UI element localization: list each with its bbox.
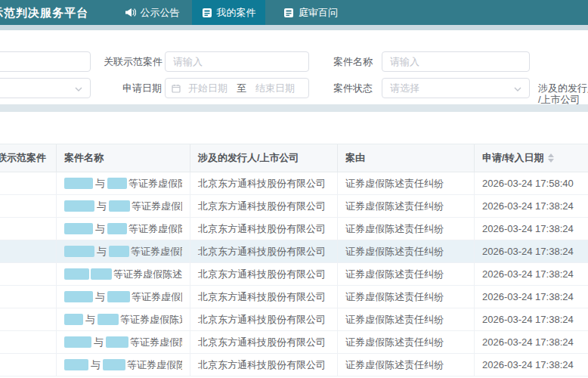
navbar-tabs: 公示公告 我的案件 庭审百问 — [112, 0, 356, 25]
case-status-select[interactable]: 请选择 — [382, 78, 530, 98]
calendar-icon — [172, 84, 181, 93]
select-placeholder: 请选择 — [390, 82, 419, 95]
case-name-cell: 与等证券虚假陈述... — [57, 286, 190, 308]
date-start-placeholder: 开始日期 — [181, 82, 235, 95]
case-name-connector: 与 — [90, 358, 101, 372]
apply-date-cell: 2026-03-24 17:38:24 — [475, 218, 588, 240]
related-case-input[interactable]: 请输入 — [165, 51, 309, 72]
case-name-suffix: 等证券虚假陈述... — [128, 222, 182, 236]
redacted-party-name — [64, 200, 94, 212]
related-case-cell — [0, 218, 57, 240]
redacted-party-name — [107, 178, 127, 189]
redacted-party-name — [64, 291, 93, 302]
table-row[interactable]: 与等证券虚假陈述责... 北京东方通科技股份有限公司 证券虚假陈述责任纠纷 20… — [0, 308, 588, 331]
redacted-party-name — [64, 223, 93, 234]
related-case-cell — [0, 308, 57, 330]
apply-date-cell: 2026-03-24 17:38:24 — [475, 286, 588, 308]
case-name-cell: 与等证券虚假陈述... — [57, 218, 190, 240]
column-header-related-case: 关联示范案件 — [0, 144, 57, 172]
case-name-cell: 与等证券虚假陈述... — [57, 354, 190, 376]
case-name-connector: 与 — [96, 245, 107, 259]
case-name-suffix: 等证券虚假陈述责... — [113, 268, 182, 281]
cause-cell: 证券虚假陈述责任纠纷 — [338, 263, 475, 285]
tab-label: 公示公告 — [141, 6, 180, 20]
tab-public-announcements[interactable]: 公示公告 — [112, 0, 192, 25]
case-name-connector: 与 — [85, 313, 96, 327]
case-name-suffix: 等证券虚假陈述... — [130, 336, 182, 349]
case-name-suffix: 等证券虚假陈述... — [128, 177, 182, 191]
redacted-party-name — [103, 359, 125, 370]
redacted-party-name — [64, 268, 89, 280]
cause-cell: 证券虚假陈述责任纠纷 — [338, 172, 475, 194]
apply-date-cell: 2026-03-24 17:38:24 — [475, 195, 588, 217]
case-status-label: 案件状态 — [329, 78, 373, 98]
redacted-party-name — [64, 314, 83, 325]
cause-cell: 证券虚假陈述责任纠纷 — [338, 218, 475, 240]
issuer-cell: 北京东方通科技股份有限公司 — [190, 354, 338, 376]
input-placeholder: 请输入 — [390, 55, 419, 69]
table-row[interactable]: 与等证券虚假陈述... 北京东方通科技股份有限公司 证券虚假陈述责任纠纷 202… — [0, 240, 588, 263]
table-header-row: 关联示范案件 案件名称 涉及的发行人/上市公司 案由 申请/转入日期 — [0, 144, 588, 172]
tab-court-questions[interactable]: 庭审百问 — [265, 0, 356, 25]
redacted-party-name — [64, 336, 91, 348]
case-name-suffix: 等证券虚假陈述... — [131, 245, 182, 259]
issuer-cell: 北京东方通科技股份有限公司 — [190, 308, 338, 330]
apply-date-cell: 2026-03-24 17:38:24 — [475, 240, 588, 262]
issuer-cell: 北京东方通科技股份有限公司 — [190, 195, 338, 217]
cause-cell: 证券虚假陈述责任纠纷 — [338, 308, 475, 330]
apply-date-range-input[interactable]: 开始日期 至 结束日期 — [165, 78, 309, 98]
apply-date-cell: 2026-03-24 17:38:24 — [475, 308, 588, 330]
sort-carets-icon[interactable] — [548, 153, 554, 163]
related-case-cell — [0, 354, 57, 376]
tab-my-cases[interactable]: 我的案件 — [192, 0, 265, 25]
table-row[interactable]: 与等证券虚假陈述... 北京东方通科技股份有限公司 证券虚假陈述责任纠纷 202… — [0, 331, 588, 354]
clipped-left-select[interactable] — [0, 78, 91, 98]
apply-date-cell: 2026-03-24 17:38:24 — [475, 354, 588, 376]
table-row[interactable]: 与等证券虚假陈述... 北京东方通科技股份有限公司 证券虚假陈述责任纠纷 202… — [0, 172, 588, 195]
related-case-cell — [0, 240, 57, 262]
cause-cell: 证券虚假陈述责任纠纷 — [338, 286, 475, 308]
case-name-label: 案件名称 — [329, 51, 373, 72]
table-row[interactable]: 与等证券虚假陈述... 北京东方通科技股份有限公司 证券虚假陈述责任纠纷 202… — [0, 218, 588, 240]
apply-date-label: 申请日期 — [118, 78, 162, 98]
redacted-party-name — [64, 246, 94, 257]
table-row[interactable]: 与等证券虚假陈述... 北京东方通科技股份有限公司 证券虚假陈述责任纠纷 202… — [0, 195, 588, 218]
input-placeholder: 请输入 — [173, 55, 203, 69]
related-case-cell — [0, 172, 57, 194]
issuer-cell: 北京东方通科技股份有限公司 — [190, 263, 338, 285]
date-range-separator: 至 — [235, 82, 248, 95]
related-case-cell — [0, 195, 57, 217]
case-name-cell: 等证券虚假陈述责... — [57, 263, 190, 285]
redacted-party-name — [64, 359, 88, 370]
redacted-party-name — [97, 314, 119, 325]
navbar-substrip — [0, 25, 588, 30]
issuer-filter-label: 涉及的发行人 /上市公司 — [538, 82, 588, 105]
case-name-suffix: 等证券虚假陈述... — [132, 200, 182, 213]
case-name-cell: 与等证券虚假陈述... — [57, 331, 190, 353]
filter-panel: 关联示范案件 请输入 案件名称 请输入 涉及的发行人 /上市公司 申请日期 开始… — [0, 30, 588, 104]
table-body: 与等证券虚假陈述... 北京东方通科技股份有限公司 证券虚假陈述责任纠纷 202… — [0, 172, 588, 376]
top-navbar: 示范判决服务平台 公示公告 我的案件 庭审百问 — [0, 0, 588, 25]
case-name-cell: 与等证券虚假陈述责... — [57, 308, 190, 330]
cause-cell: 证券虚假陈述责任纠纷 — [338, 354, 475, 376]
tab-label: 庭审百问 — [299, 6, 338, 20]
cause-cell: 证券虚假陈述责任纠纷 — [338, 240, 475, 262]
table-row[interactable]: 等证券虚假陈述责... 北京东方通科技股份有限公司 证券虚假陈述责任纠纷 202… — [0, 263, 588, 286]
chevron-down-icon — [75, 82, 82, 94]
redacted-party-name — [107, 223, 127, 234]
case-name-cell: 与等证券虚假陈述... — [57, 172, 190, 194]
case-name-connector: 与 — [96, 200, 107, 213]
case-name-connector: 与 — [94, 177, 106, 191]
issuer-cell: 北京东方通科技股份有限公司 — [190, 240, 338, 262]
table-row[interactable]: 与等证券虚假陈述... 北京东方通科技股份有限公司 证券虚假陈述责任纠纷 202… — [0, 286, 588, 308]
document-icon — [202, 8, 212, 18]
clipped-left-input[interactable] — [0, 51, 91, 72]
redacted-party-name — [91, 268, 112, 280]
apply-date-cell: 2026-03-24 17:58:40 — [475, 172, 588, 194]
case-name-suffix: 等证券虚假陈述... — [132, 290, 182, 304]
column-header-apply-date[interactable]: 申请/转入日期 — [475, 144, 588, 172]
table-row[interactable]: 与等证券虚假陈述... 北京东方通科技股份有限公司 证券虚假陈述责任纠纷 202… — [0, 354, 588, 376]
case-name-input[interactable]: 请输入 — [382, 51, 530, 72]
redacted-party-name — [109, 246, 129, 257]
redacted-party-name — [106, 336, 128, 348]
